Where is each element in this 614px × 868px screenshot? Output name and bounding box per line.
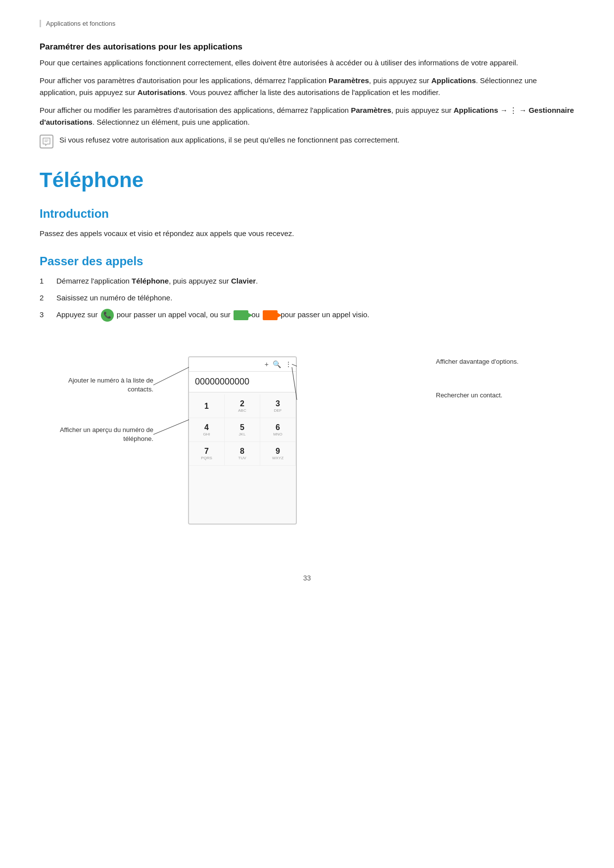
- annotation-add-contact: Ajouter le numéro à la liste de contacts…: [45, 376, 153, 394]
- note-icon: [40, 135, 53, 148]
- diagram: + 🔍 ⋮ 00000000000 1 2ABC 3DEF 4GHI 5JKL …: [40, 337, 574, 544]
- note-text: Si vous refusez votre autorisation aux a…: [59, 134, 399, 146]
- intro-section: Introduction Passez des appels vocaux et…: [40, 207, 574, 240]
- phone-screen-top: + 🔍 ⋮: [189, 357, 296, 372]
- param-section: Paramétrer des autorisations pour les ap…: [40, 42, 574, 148]
- video-call-orange-icon: [263, 310, 278, 320]
- step-2-text: Saisissez un numéro de téléphone.: [56, 292, 172, 304]
- param-para3: Pour afficher ou modifier les paramètres…: [40, 104, 574, 128]
- annotation-search-contact: Rechercher un contact.: [436, 391, 545, 400]
- step-1: 1 Démarrez l'application Téléphone, puis…: [40, 275, 574, 287]
- key-8[interactable]: 8TUV: [225, 442, 260, 466]
- step-1-text: Démarrez l'application Téléphone, puis a…: [56, 275, 258, 287]
- keypad: 1 2ABC 3DEF 4GHI 5JKL 6MNO 7PQRS 8TUV 9W…: [189, 394, 296, 466]
- param-para2: Pour afficher vos paramètres d'autorisat…: [40, 75, 574, 98]
- phone-number-display: 00000000000: [189, 372, 296, 392]
- passer-appels-section: Passer des appels 1 Démarrez l'applicati…: [40, 254, 574, 322]
- step-3-text: Appuyez sur pour passer un appel vocal, …: [56, 309, 370, 322]
- video-call-green-icon: [234, 310, 248, 320]
- search-icon: 🔍: [273, 360, 281, 368]
- step-3: 3 Appuyez sur pour passer un appel vocal…: [40, 309, 574, 322]
- chapter-title: Téléphone: [40, 168, 574, 192]
- passer-appels-title: Passer des appels: [40, 254, 574, 268]
- breadcrumb: Applications et fonctions: [40, 20, 574, 27]
- phone-call-icon: [101, 309, 114, 322]
- key-5[interactable]: 5JKL: [225, 418, 260, 442]
- key-6[interactable]: 6MNO: [260, 418, 296, 442]
- note-box: Si vous refusez votre autorisation aux a…: [40, 134, 574, 148]
- phone-screen: + 🔍 ⋮ 00000000000 1 2ABC 3DEF 4GHI 5JKL …: [188, 356, 297, 525]
- svg-line-2: [153, 367, 189, 385]
- intro-title: Introduction: [40, 207, 574, 221]
- annotation-preview-number: Afficher un aperçu du numéro de téléphon…: [45, 426, 153, 443]
- key-1[interactable]: 1: [189, 394, 225, 418]
- key-7[interactable]: 7PQRS: [189, 442, 225, 466]
- plus-icon: +: [265, 360, 269, 368]
- intro-text: Passez des appels vocaux et visio et rép…: [40, 228, 574, 240]
- step-1-num: 1: [40, 275, 48, 287]
- step-2-num: 2: [40, 292, 48, 304]
- step-2: 2 Saisissez un numéro de téléphone.: [40, 292, 574, 304]
- key-3[interactable]: 3DEF: [260, 394, 296, 418]
- key-2[interactable]: 2ABC: [225, 394, 260, 418]
- svg-line-3: [153, 420, 189, 434]
- steps-list: 1 Démarrez l'application Téléphone, puis…: [40, 275, 574, 322]
- param-title: Paramétrer des autorisations pour les ap…: [40, 42, 574, 52]
- more-options-icon: ⋮: [285, 360, 292, 368]
- annotation-more-options: Afficher davantage d'options.: [436, 357, 545, 366]
- page-number: 33: [40, 574, 574, 582]
- key-4[interactable]: 4GHI: [189, 418, 225, 442]
- step-3-num: 3: [40, 309, 48, 321]
- key-9[interactable]: 9WXYZ: [260, 442, 296, 466]
- param-para1: Pour que certaines applications fonction…: [40, 57, 574, 69]
